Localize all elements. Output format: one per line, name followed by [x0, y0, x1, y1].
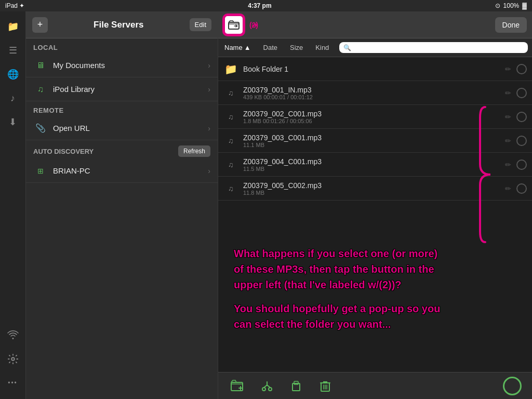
file-actions: ✏ — [505, 112, 527, 122]
refresh-button[interactable]: Refresh — [178, 145, 210, 157]
wifi-icon — [2, 324, 24, 346]
search-icon: 🔍 — [343, 44, 351, 51]
file-info: Z00379_005_C002.mp3 11.8 MB — [243, 181, 500, 196]
audio-icon: ♫ — [223, 86, 238, 100]
audio-icon: ♫ — [223, 181, 238, 196]
audio-icon: ♫ — [223, 134, 238, 148]
brian-pc-item[interactable]: ⊞ BRIAN-PC › — [26, 159, 218, 183]
sidebar-item-globe[interactable]: 🌐 — [2, 63, 24, 85]
edit-button[interactable]: Edit — [190, 18, 211, 31]
move-to-folder-button[interactable] — [223, 15, 244, 35]
annotation-text-block: What happens if you select one (or more)… — [234, 246, 516, 332]
my-documents-icon: 🖥 — [33, 58, 48, 73]
paste-btn[interactable] — [287, 377, 305, 395]
ipod-library-label: iPod Library — [53, 85, 203, 94]
open-url-label: Open URL — [53, 124, 203, 132]
open-url-icon: 📎 — [33, 121, 48, 136]
ipod-library-item[interactable]: ♫ iPod Library › — [26, 77, 218, 101]
status-right: ⊙ 100% ▓ — [495, 2, 527, 9]
select-circle[interactable] — [516, 136, 527, 146]
sidebar-item-music[interactable]: ♪ — [2, 87, 24, 109]
my-documents-label: My Documents — [53, 61, 203, 70]
file-info: Z00379_004_C001.mp3 11.5 MB — [243, 157, 500, 172]
edit-icon[interactable]: ✏ — [505, 161, 511, 169]
status-left: iPad ✦ — [5, 2, 24, 9]
date-column-header[interactable]: Date — [257, 44, 284, 51]
file-info: Z00379_003_C001.mp3 11.1 MB — [243, 134, 500, 148]
file-meta: 439 KB 00:00:01 / 00:01:12 — [243, 94, 500, 100]
settings-icon[interactable] — [2, 348, 24, 370]
table-row[interactable]: ♫ Z00379_005_C002.mp3 11.8 MB ✏ — [218, 177, 532, 201]
chevron-right-icon-3: › — [208, 124, 210, 132]
select-circle[interactable] — [516, 88, 527, 98]
file-actions: ✏ — [505, 183, 527, 194]
battery-icon: ⊙ — [495, 2, 500, 9]
file-name: Z00379_005_C002.mp3 — [243, 181, 500, 190]
icon-sidebar: 📁 ☰ 🌐 ♪ ⬇ ••• — [0, 11, 26, 399]
sidebar-item-download[interactable]: ⬇ — [2, 111, 24, 133]
status-bar: iPad ✦ 4:37 pm ⊙ 100% ▓ — [0, 0, 532, 11]
size-column-header[interactable]: Size — [284, 44, 309, 51]
table-row[interactable]: ♫ Z00379_002_C001.mp3 1.8 MB 00:01:26 / … — [218, 105, 532, 129]
left-header: + File Servers Edit — [26, 11, 218, 38]
main-container: 📁 ☰ 🌐 ♪ ⬇ ••• — [0, 11, 532, 399]
file-name: Z00379_002_C001.mp3 — [243, 110, 500, 118]
annotation-line-6: can select the folder you want... — [234, 316, 516, 332]
table-row[interactable]: ♫ Z00379_003_C001.mp3 11.1 MB ✏ — [218, 129, 532, 153]
edit-icon[interactable]: ✏ — [505, 137, 511, 145]
kind-column-header[interactable]: Kind — [309, 44, 335, 51]
select-circle[interactable] — [516, 159, 527, 170]
select-circle[interactable] — [516, 64, 527, 74]
more-icon[interactable]: ••• — [2, 372, 24, 394]
edit-icon[interactable]: ✏ — [505, 184, 511, 193]
file-name: Z00379_003_C001.mp3 — [243, 134, 500, 142]
chevron-right-icon-4: › — [208, 167, 210, 175]
right-top-bar: ⇥ Done — [218, 11, 532, 38]
auto-discovery-header-row: Auto Discovery Refresh — [26, 140, 218, 159]
right-panel: ⇥ Done Name ▲ Date Size Kind 🔍 — [218, 11, 532, 399]
my-documents-item[interactable]: 🖥 My Documents › — [26, 54, 218, 77]
record-button[interactable] — [503, 377, 522, 395]
edit-icon[interactable]: ✏ — [505, 89, 511, 97]
select-circle[interactable] — [516, 183, 527, 194]
audio-icon: ♫ — [223, 110, 238, 124]
folder-icon: 📁 — [223, 62, 238, 76]
brian-pc-icon: ⊞ — [33, 164, 48, 178]
done-button[interactable]: Done — [495, 17, 527, 33]
table-row[interactable]: ♫ Z00379_004_C001.mp3 11.5 MB ✏ — [218, 153, 532, 177]
column-headers: Name ▲ Date Size Kind 🔍 — [218, 38, 532, 57]
file-name: Z00379_004_C001.mp3 — [243, 157, 500, 166]
left-panel-title: File Servers — [52, 20, 185, 30]
file-meta: 1.8 MB 00:01:26 / 00:05:06 — [243, 118, 500, 124]
file-actions: ✏ — [505, 136, 527, 146]
sidebar-item-folder[interactable]: 📁 — [2, 16, 24, 37]
annotation-line-5: You should hopefully get a pop-up so you — [234, 301, 516, 316]
annotation-line-3: upper left (that I've labeled w/(2))? — [234, 277, 516, 292]
chevron-right-icon: › — [208, 61, 210, 70]
add-folder-btn[interactable] — [229, 377, 247, 395]
search-input[interactable] — [353, 44, 524, 51]
chevron-right-icon-2: › — [208, 85, 210, 94]
select-circle[interactable] — [516, 112, 527, 122]
annotation-area: What happens if you select one (or more)… — [218, 206, 532, 372]
svg-point-0 — [11, 357, 15, 361]
sidebar-item-list[interactable]: ☰ — [2, 39, 24, 61]
search-wrapper: 🔍 — [339, 42, 528, 53]
edit-icon[interactable]: ✏ — [505, 113, 511, 121]
file-meta: 11.8 MB — [243, 190, 500, 196]
edit-icon[interactable]: ✏ — [505, 65, 511, 73]
local-section-header: Local — [26, 38, 218, 54]
left-panel: + File Servers Edit Local 🖥 My Documents… — [26, 11, 218, 399]
name-column-header[interactable]: Name ▲ — [218, 44, 257, 51]
ipod-library-icon: ♫ — [33, 82, 48, 97]
file-actions: ✏ — [505, 159, 527, 170]
open-url-item[interactable]: 📎 Open URL › — [26, 116, 218, 140]
delete-btn[interactable] — [316, 377, 335, 395]
table-row[interactable]: ♫ Z00379_001_IN.mp3 439 KB 00:00:01 / 00… — [218, 81, 532, 105]
add-server-button[interactable]: + — [32, 17, 48, 33]
cut-btn[interactable] — [258, 377, 276, 395]
status-time: 4:37 pm — [248, 2, 271, 9]
file-actions: ✏ — [505, 64, 527, 74]
table-row[interactable]: 📁 Book Folder 1 ✏ — [218, 57, 532, 81]
bottom-toolbar — [218, 372, 532, 399]
